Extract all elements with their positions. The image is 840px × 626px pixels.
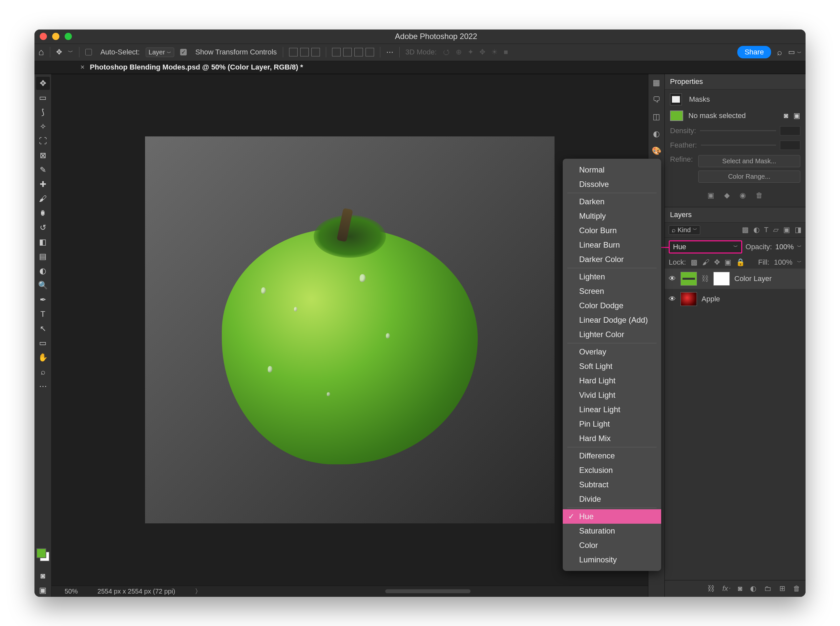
- lock-all-icon[interactable]: 🔒: [736, 258, 745, 267]
- blend-mode-option[interactable]: Exclusion: [563, 463, 661, 477]
- blend-mode-option[interactable]: Color Burn: [563, 223, 661, 238]
- apply-mask-icon[interactable]: ◆: [724, 191, 730, 200]
- filter-shape-icon[interactable]: ▱: [773, 225, 779, 234]
- align-controls[interactable]: [289, 48, 320, 56]
- type-tool[interactable]: T: [36, 308, 50, 321]
- workspace-switcher[interactable]: ▭ ﹀: [788, 48, 802, 56]
- frame-tool[interactable]: ⊠: [36, 149, 50, 162]
- lasso-tool[interactable]: ⟆: [36, 106, 50, 119]
- blend-mode-option[interactable]: Pin Light: [563, 417, 661, 431]
- layer-mask-thumb[interactable]: [713, 272, 730, 286]
- delete-layer-icon[interactable]: 🗑: [793, 584, 800, 593]
- new-adjustment-icon[interactable]: ◐: [750, 584, 756, 593]
- link-layers-icon[interactable]: ⛓: [707, 584, 715, 593]
- filter-toggle-icon[interactable]: ◨: [795, 225, 802, 234]
- hand-tool[interactable]: ✋: [36, 351, 50, 364]
- fill-chevron-icon[interactable]: ﹀: [797, 260, 802, 265]
- blend-mode-option[interactable]: Normal: [563, 163, 661, 177]
- layers-tab[interactable]: Layers: [665, 207, 806, 223]
- minimize-window-button[interactable]: [52, 33, 60, 40]
- close-tab-button[interactable]: ×: [80, 63, 85, 72]
- new-layer-icon[interactable]: ⊞: [779, 584, 785, 593]
- color-range-button[interactable]: Color Range...: [698, 171, 800, 183]
- blend-mode-option[interactable]: Screen: [563, 284, 661, 298]
- layer-name-apple[interactable]: Apple: [702, 295, 720, 303]
- pixel-mask-button[interactable]: ◙: [784, 111, 788, 120]
- blend-mode-option[interactable]: Lighten: [563, 269, 661, 284]
- show-transform-checkbox[interactable]: [180, 49, 187, 55]
- pen-tool[interactable]: ✒: [36, 293, 50, 306]
- panel-icon-libraries[interactable]: ◫: [653, 112, 660, 121]
- blend-mode-option[interactable]: Color Dodge: [563, 298, 661, 313]
- share-button[interactable]: Share: [737, 46, 771, 58]
- eraser-tool[interactable]: ◧: [36, 235, 50, 249]
- load-selection-icon[interactable]: ▣: [707, 191, 714, 200]
- screen-mode-button[interactable]: ▣: [36, 584, 50, 597]
- delete-mask-icon[interactable]: 🗑: [756, 191, 763, 200]
- color-swatches[interactable]: [36, 548, 50, 562]
- auto-select-target[interactable]: Layer ﹀: [146, 47, 175, 57]
- filter-pixel-icon[interactable]: ▩: [742, 225, 749, 234]
- vector-mask-button[interactable]: ▣: [793, 111, 800, 120]
- layer-row-apple[interactable]: 👁 Apple: [665, 289, 806, 309]
- distribute-controls[interactable]: [332, 48, 374, 56]
- blend-mode-option[interactable]: Darker Color: [563, 252, 661, 267]
- blend-mode-option[interactable]: Linear Burn: [563, 238, 661, 252]
- panel-icon-comments[interactable]: 🗨: [653, 95, 661, 104]
- disable-mask-icon[interactable]: ◉: [740, 191, 746, 200]
- blend-mode-option[interactable]: Overlay: [563, 345, 661, 359]
- lock-transparency-icon[interactable]: ▩: [691, 258, 697, 267]
- blend-mode-option[interactable]: Dissolve: [563, 177, 661, 191]
- move-tool-icon[interactable]: ✥: [56, 48, 62, 56]
- zoom-tool[interactable]: ⌕: [36, 365, 50, 379]
- blend-mode-option[interactable]: Divide: [563, 492, 661, 506]
- layer-visibility-toggle[interactable]: 👁: [669, 274, 676, 283]
- panel-icon-history[interactable]: ▦: [653, 78, 660, 87]
- filter-smart-icon[interactable]: ▣: [783, 225, 790, 234]
- search-icon[interactable]: ⌕: [777, 47, 782, 57]
- blend-mode-option[interactable]: Hard Light: [563, 374, 661, 388]
- layer-row-color[interactable]: 👁 ⛓ Color Layer: [665, 269, 806, 289]
- filter-type-icon[interactable]: T: [764, 225, 768, 234]
- foreground-color-swatch[interactable]: [36, 548, 46, 558]
- mask-link-icon[interactable]: ⛓: [702, 274, 709, 283]
- move-tool[interactable]: ✥: [36, 77, 50, 90]
- blend-mode-option[interactable]: Subtract: [563, 477, 661, 492]
- blend-mode-option[interactable]: Saturation: [563, 524, 661, 538]
- shape-tool[interactable]: ▭: [36, 336, 50, 349]
- crop-tool[interactable]: ⛶: [36, 135, 50, 147]
- blend-mode-option[interactable]: Hard Mix: [563, 431, 661, 446]
- blend-mode-option[interactable]: Linear Dodge (Add): [563, 313, 661, 327]
- lock-artboard-icon[interactable]: ▣: [724, 258, 731, 267]
- document-tab-label[interactable]: Photoshop Blending Modes.psd @ 50% (Colo…: [90, 63, 303, 72]
- opacity-value[interactable]: 100%: [775, 243, 794, 251]
- tool-preset-chevron[interactable]: ﹀: [68, 49, 73, 56]
- blend-mode-option[interactable]: Difference: [563, 449, 661, 463]
- blend-mode-option[interactable]: Darken: [563, 194, 661, 209]
- document-dimensions[interactable]: 2554 px x 2554 px (72 ppi): [97, 588, 175, 595]
- blend-mode-select[interactable]: Hue﹀: [669, 240, 742, 254]
- blend-mode-option[interactable]: Linear Light: [563, 402, 661, 417]
- add-mask-icon[interactable]: ◙: [738, 584, 742, 593]
- blend-mode-option[interactable]: Multiply: [563, 209, 661, 223]
- zoom-level[interactable]: 50%: [65, 588, 78, 595]
- marquee-tool[interactable]: ▭: [36, 91, 50, 104]
- blend-mode-option[interactable]: Hue: [563, 509, 661, 524]
- new-group-icon[interactable]: 🗀: [764, 584, 771, 593]
- healing-tool[interactable]: ✚: [36, 178, 50, 191]
- lock-position-icon[interactable]: ✥: [714, 258, 720, 267]
- filter-adjust-icon[interactable]: ◐: [753, 225, 760, 234]
- eyedropper-tool[interactable]: ✎: [36, 163, 50, 177]
- fill-value[interactable]: 100%: [774, 258, 792, 267]
- blend-mode-option[interactable]: Soft Light: [563, 359, 661, 374]
- blend-mode-option[interactable]: Lighter Color: [563, 327, 661, 342]
- path-select-tool[interactable]: ↖: [36, 322, 50, 335]
- canvas-viewport[interactable]: [52, 74, 648, 586]
- horizontal-scrollbar[interactable]: [385, 589, 470, 593]
- fx-icon[interactable]: fx˅: [722, 584, 730, 593]
- select-and-mask-button[interactable]: Select and Mask...: [698, 155, 800, 167]
- more-align-icon[interactable]: ⋯: [386, 48, 393, 56]
- home-button[interactable]: ⌂: [38, 47, 44, 57]
- status-chevron-icon[interactable]: 〉: [195, 587, 201, 596]
- quick-mask-button[interactable]: ◙: [36, 569, 50, 582]
